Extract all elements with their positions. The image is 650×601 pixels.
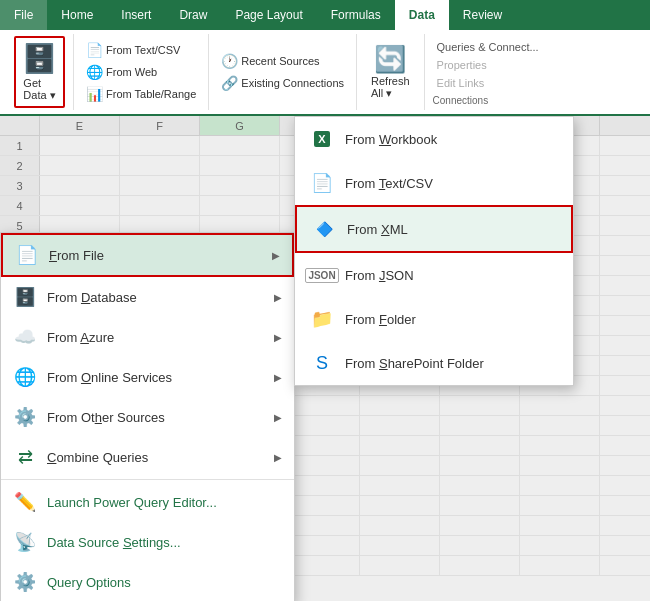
queries-group: Queries & Connect... Properties Edit Lin…: [425, 34, 551, 110]
json-icon: JSON: [309, 262, 335, 288]
tab-file[interactable]: File: [0, 0, 47, 30]
database-icon: 🗄️: [22, 42, 57, 75]
refresh-icon: 🔄: [374, 44, 406, 75]
edit-links-button: Edit Links: [433, 75, 543, 91]
from-folder-label: From Folder: [345, 312, 416, 327]
submenu-from-json[interactable]: JSON From JSON: [295, 253, 573, 297]
properties-button: Properties: [433, 57, 543, 73]
from-table-range-button[interactable]: 📊 From Table/Range: [82, 84, 200, 104]
query-options-label: Query Options: [47, 575, 282, 590]
launch-editor-label: Launch Power Query Editor...: [47, 495, 282, 510]
submenu-from-workbook[interactable]: X From Workbook: [295, 117, 573, 161]
file-icon: 📄: [15, 243, 39, 267]
from-json-label: From JSON: [345, 268, 414, 283]
workbook-icon: X: [309, 126, 335, 152]
from-group: 📄 From Text/CSV 🌐 From Web 📊 From Table/…: [74, 34, 209, 110]
recent-sources-button[interactable]: 🕐 Recent Sources: [217, 51, 348, 71]
from-database-label: From Database: [47, 290, 264, 305]
table-icon: 📊: [86, 86, 102, 102]
other-icon: ⚙️: [13, 405, 37, 429]
recent-icon: 🕐: [221, 53, 237, 69]
from-text-csv-sub-label: From Text/CSV: [345, 176, 433, 191]
text-csv-sub-icon: 📄: [309, 170, 335, 196]
combine-icon: ⇄: [13, 445, 37, 469]
tab-insert[interactable]: Insert: [107, 0, 165, 30]
tab-bar: File Home Insert Draw Page Layout Formul…: [0, 0, 650, 30]
tab-page-layout[interactable]: Page Layout: [221, 0, 316, 30]
tab-formulas[interactable]: Formulas: [317, 0, 395, 30]
options-icon: ⚙️: [13, 570, 37, 594]
web-icon: 🌐: [86, 64, 102, 80]
tab-home[interactable]: Home: [47, 0, 107, 30]
tab-review[interactable]: Review: [449, 0, 516, 30]
separator-1: [1, 479, 294, 480]
existing-connections-button[interactable]: 🔗 Existing Connections: [217, 73, 348, 93]
from-web-label: From Web: [106, 66, 157, 78]
menu-item-from-file[interactable]: 📄 From File ▶: [1, 233, 294, 277]
from-other-label: From Other Sources: [47, 410, 264, 425]
chevron-icon: ▶: [272, 250, 280, 261]
submenu-from-folder[interactable]: 📁 From Folder: [295, 297, 573, 341]
sources-group: 🕐 Recent Sources 🔗 Existing Connections: [209, 34, 357, 110]
menu-item-from-other[interactable]: ⚙️ From Other Sources ▶: [1, 397, 294, 437]
query-options-button[interactable]: ⚙️ Query Options: [1, 562, 294, 601]
submenu-from-xml[interactable]: 🔷 From XML: [295, 205, 573, 253]
submenu-from-text-csv[interactable]: 📄 From Text/CSV: [295, 161, 573, 205]
launch-editor-button[interactable]: ✏️ Launch Power Query Editor...: [1, 482, 294, 522]
from-text-csv-button[interactable]: 📄 From Text/CSV: [82, 40, 200, 60]
get-data-button[interactable]: 🗄️ GetData ▾: [14, 36, 65, 108]
get-data-group: 🗄️ GetData ▾: [6, 34, 74, 110]
connections-icon: 🔗: [221, 75, 237, 91]
tab-data[interactable]: Data: [395, 0, 449, 30]
data-source-label: Data Source Settings...: [47, 535, 282, 550]
folder-icon: 📁: [309, 306, 335, 332]
from-sharepoint-label: From SharePoint Folder: [345, 356, 484, 371]
chevron-icon-other: ▶: [274, 412, 282, 423]
ribbon: 🗄️ GetData ▾ 📄 From Text/CSV 🌐 From Web …: [0, 30, 650, 116]
settings-icon: 📡: [13, 530, 37, 554]
from-table-range-label: From Table/Range: [106, 88, 196, 100]
connections-label: Connections: [433, 95, 543, 106]
tab-draw[interactable]: Draw: [165, 0, 221, 30]
menu-item-from-azure[interactable]: ☁️ From Azure ▶: [1, 317, 294, 357]
from-text-csv-label: From Text/CSV: [106, 44, 180, 56]
sharepoint-icon: S: [309, 350, 335, 376]
xml-icon: 🔷: [311, 216, 337, 242]
from-online-label: From Online Services: [47, 370, 264, 385]
menu-item-from-database[interactable]: 🗄️ From Database ▶: [1, 277, 294, 317]
database-menu-icon: 🗄️: [13, 285, 37, 309]
get-data-label: GetData ▾: [23, 77, 55, 102]
chevron-icon-azure: ▶: [274, 332, 282, 343]
from-file-label: From File: [49, 248, 262, 263]
existing-connections-label: Existing Connections: [241, 77, 344, 89]
combine-label: Combine Queries: [47, 450, 264, 465]
refresh-group: 🔄 RefreshAll ▾: [357, 34, 425, 110]
queries-connect-button[interactable]: Queries & Connect...: [433, 39, 543, 55]
from-xml-label: From XML: [347, 222, 408, 237]
editor-icon: ✏️: [13, 490, 37, 514]
spreadsheet: E F G H I J K 12345678910111213141516171…: [0, 116, 650, 601]
refresh-button[interactable]: 🔄 RefreshAll ▾: [367, 40, 414, 104]
chevron-icon-db: ▶: [274, 292, 282, 303]
chevron-icon-online: ▶: [274, 372, 282, 383]
submenu-from-sharepoint[interactable]: S From SharePoint Folder: [295, 341, 573, 385]
menu-item-combine[interactable]: ⇄ Combine Queries ▶: [1, 437, 294, 477]
from-web-button[interactable]: 🌐 From Web: [82, 62, 200, 82]
main-menu: 📄 From File ▶ 🗄️ From Database ▶ ☁️ From…: [0, 232, 295, 601]
refresh-label: RefreshAll ▾: [371, 75, 410, 100]
online-icon: 🌐: [13, 365, 37, 389]
submenu-from-file: X From Workbook 📄 From Text/CSV 🔷 From X…: [294, 116, 574, 386]
menu-item-from-online[interactable]: 🌐 From Online Services ▶: [1, 357, 294, 397]
recent-sources-label: Recent Sources: [241, 55, 319, 67]
from-azure-label: From Azure: [47, 330, 264, 345]
chevron-icon-combine: ▶: [274, 452, 282, 463]
text-csv-icon: 📄: [86, 42, 102, 58]
data-source-settings-button[interactable]: 📡 Data Source Settings...: [1, 522, 294, 562]
from-workbook-label: From Workbook: [345, 132, 437, 147]
azure-icon: ☁️: [13, 325, 37, 349]
